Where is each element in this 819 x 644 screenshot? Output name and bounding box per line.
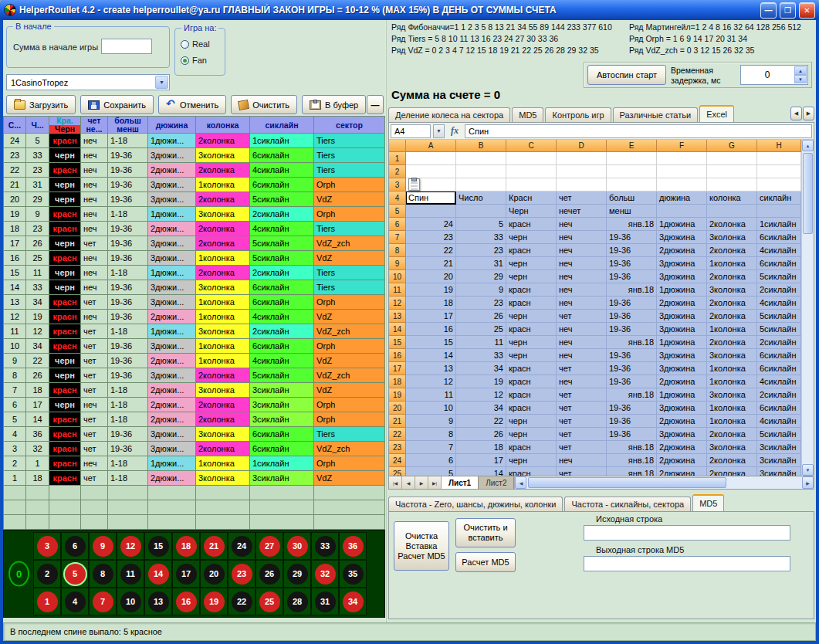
excel-cell-G4[interactable]: колонка xyxy=(707,192,757,205)
excel-cell-A12[interactable]: 18 xyxy=(406,297,456,310)
excel-cell-D18[interactable]: неч xyxy=(557,375,607,388)
excel-cell-D4[interactable]: чет xyxy=(557,192,607,205)
close-button[interactable]: ✕ xyxy=(799,2,815,19)
excel-cell-B8[interactable]: 23 xyxy=(456,244,506,257)
excel-row-header-11[interactable]: 11 xyxy=(389,283,406,297)
excel-cell-A14[interactable]: 16 xyxy=(406,323,456,336)
maximize-button[interactable]: ❐ xyxy=(780,2,796,19)
excel-cell-C21[interactable]: черн xyxy=(506,415,557,428)
roulette-number-31[interactable]: 31 xyxy=(311,588,339,615)
excel-col-header-A[interactable]: A xyxy=(406,140,456,152)
roulette-number-19[interactable]: 19 xyxy=(200,588,228,615)
excel-cell-E21[interactable]: 19-36 xyxy=(607,415,657,428)
excel-cell-H17[interactable]: 6сиклайн xyxy=(757,362,801,375)
excel-cell-D19[interactable]: чет xyxy=(557,388,607,402)
excel-cell-F23[interactable]: 2дюжина xyxy=(657,441,707,454)
excel-col-header-G[interactable]: G xyxy=(707,140,757,152)
md5-calc-button[interactable]: Расчет MD5 xyxy=(455,552,516,572)
excel-cell-H18[interactable]: 4сиклайн xyxy=(757,375,801,388)
excel-cell-D5[interactable]: нечет xyxy=(557,205,607,218)
scroll-left-icon[interactable] xyxy=(515,476,526,489)
roulette-number-28[interactable]: 28 xyxy=(283,588,311,615)
excel-col-header-F[interactable]: F xyxy=(657,140,707,152)
excel-cell-F13[interactable]: 3дюжина xyxy=(657,310,707,323)
excel-row-header-10[interactable]: 10 xyxy=(389,270,406,283)
excel-col-header-C[interactable]: C xyxy=(506,140,557,152)
excel-cell-G16[interactable]: 3колонка xyxy=(707,349,757,362)
excel-cell-D6[interactable]: неч xyxy=(557,218,607,231)
main-tab-3[interactable]: Различные статьи xyxy=(613,107,699,122)
excel-cell-G20[interactable]: 1колонка xyxy=(707,402,757,415)
excel-cell-H7[interactable]: 6сиклайн xyxy=(757,231,801,244)
excel-cell-B18[interactable]: 19 xyxy=(456,375,506,388)
excel-row-header-20[interactable]: 20 xyxy=(389,402,406,415)
excel-cell-G9[interactable]: 1колонка xyxy=(707,257,757,270)
col-header-column[interactable]: колонка xyxy=(196,117,250,134)
excel-cell-G8[interactable]: 2колонка xyxy=(707,244,757,257)
start-sum-input[interactable] xyxy=(101,39,152,54)
excel-cell-H2[interactable] xyxy=(757,165,801,178)
excel-cell-C9[interactable]: черн xyxy=(506,257,557,270)
sheet-nav-first-icon[interactable] xyxy=(389,476,402,489)
excel-cell-B6[interactable]: 5 xyxy=(456,218,506,231)
excel-row-header-21[interactable]: 21 xyxy=(389,415,406,428)
roulette-number-8[interactable]: 8 xyxy=(89,560,117,588)
excel-cell-A21[interactable]: 9 xyxy=(406,415,456,428)
excel-cell-E2[interactable] xyxy=(607,165,657,178)
excel-cell-H3[interactable] xyxy=(757,178,801,192)
md5-output-input[interactable] xyxy=(584,556,790,571)
excel-cell-E10[interactable]: 19-36 xyxy=(607,270,657,283)
excel-cell-A16[interactable]: 14 xyxy=(406,349,456,362)
excel-cell-C1[interactable] xyxy=(506,152,557,165)
col-header-sector[interactable]: сектор xyxy=(314,117,385,134)
excel-cell-E6[interactable]: янв.18 xyxy=(607,218,657,231)
md5-clear-and-paste-button[interactable]: Очистить и вставить xyxy=(455,518,516,547)
fx-icon[interactable]: fx xyxy=(447,125,462,137)
excel-cell-B20[interactable]: 34 xyxy=(456,402,506,415)
collapse-button[interactable]: — xyxy=(367,95,384,114)
excel-cell-B10[interactable]: 29 xyxy=(456,270,506,283)
excel-cell-A19[interactable]: 11 xyxy=(406,388,456,402)
excel-cell-D8[interactable]: неч xyxy=(557,244,607,257)
excel-cell-E17[interactable]: 19-36 xyxy=(607,362,657,375)
load-button[interactable]: Загрузить xyxy=(6,95,76,114)
roulette-number-23[interactable]: 23 xyxy=(228,560,256,588)
excel-cell-H24[interactable]: 3сиклайн xyxy=(757,454,801,467)
excel-cell-D3[interactable] xyxy=(557,178,607,192)
roulette-number-4[interactable]: 4 xyxy=(61,588,89,615)
excel-cell-C4[interactable]: Красн xyxy=(506,192,557,205)
sheet-nav-next-icon[interactable] xyxy=(415,476,428,489)
excel-row-header-23[interactable]: 23 xyxy=(389,441,406,454)
col-header-dozen[interactable]: дюжина xyxy=(148,117,196,134)
main-tab-2[interactable]: Контроль игр xyxy=(545,107,611,122)
excel-cell-H20[interactable]: 6сиклайн xyxy=(757,402,801,415)
excel-cell-H8[interactable]: 4сиклайн xyxy=(757,244,801,257)
excel-cell-B3[interactable] xyxy=(456,178,506,192)
excel-cell-C10[interactable]: черн xyxy=(506,270,557,283)
excel-cell-A23[interactable]: 7 xyxy=(406,441,456,454)
copy-to-buffer-button[interactable]: В буфер xyxy=(302,95,366,114)
excel-cell-H12[interactable]: 4сиклайн xyxy=(757,297,801,310)
excel-cell-F2[interactable] xyxy=(657,165,707,178)
roulette-number-2[interactable]: 2 xyxy=(33,560,61,588)
roulette-number-18[interactable]: 18 xyxy=(172,532,200,560)
excel-cell-G11[interactable]: 3колонка xyxy=(707,283,757,297)
excel-cell-H11[interactable]: 2сиклайн xyxy=(757,283,801,297)
excel-col-header-E[interactable]: E xyxy=(607,140,657,152)
roulette-number-12[interactable]: 12 xyxy=(117,532,144,560)
clear-button[interactable]: Очистить xyxy=(231,95,297,114)
excel-col-header-B[interactable]: B xyxy=(456,140,506,152)
radio-real[interactable]: Real xyxy=(181,39,210,49)
excel-cell-D13[interactable]: чет xyxy=(557,310,607,323)
excel-cell-C3[interactable] xyxy=(506,178,557,192)
excel-row-header-22[interactable]: 22 xyxy=(389,428,406,441)
excel-row-header-3[interactable]: 3 xyxy=(389,178,406,192)
excel-cell-A4[interactable]: Спин xyxy=(406,192,456,205)
tab-scroll-right-icon[interactable] xyxy=(803,107,814,120)
excel-cell-C22[interactable]: черн xyxy=(506,428,557,441)
scroll-down-icon[interactable] xyxy=(802,464,814,476)
excel-cell-H10[interactable]: 5сиклайн xyxy=(757,270,801,283)
excel-cell-H21[interactable]: 4сиклайн xyxy=(757,415,801,428)
excel-row-header-24[interactable]: 24 xyxy=(389,454,406,467)
excel-cell-G10[interactable]: 2колонка xyxy=(707,270,757,283)
